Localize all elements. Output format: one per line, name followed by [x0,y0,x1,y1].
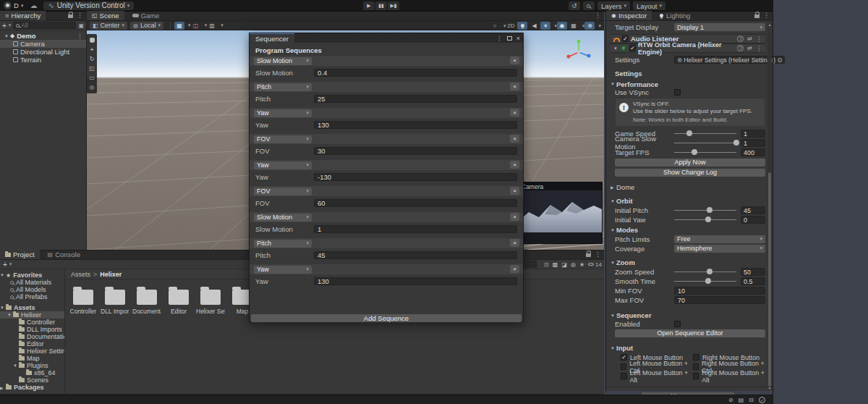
component-menu-icon[interactable]: ⋮ [756,45,762,52]
remove-sequence-button[interactable]: × [510,56,519,64]
panel-menu-icon[interactable]: ⋮ [595,251,601,258]
tab-hierarchy[interactable]: ≡ Hierarchy [0,11,46,20]
tree-controller[interactable]: Controller [0,319,64,326]
hierarchy-search-input[interactable] [13,22,76,29]
tree-helixer-settings[interactable]: Helixer Settings [0,348,64,355]
apply-now-button[interactable]: Apply Now [615,159,765,167]
auto-generate-lighting-icon[interactable]: ⊘ [728,397,733,403]
tree-map[interactable]: Map [0,355,64,362]
layout-dropdown[interactable]: Layout▾ [633,1,665,10]
view-hand-tool-icon[interactable] [87,35,97,45]
left-mouse-alt-checkbox[interactable]: Left Mouse Button + Alt [621,373,693,380]
tab-lighting[interactable]: Lighting [655,11,695,20]
sequence-value-input[interactable]: 0.4 [314,69,517,77]
remove-sequence-button[interactable]: × [510,265,519,273]
move-snap-icon[interactable]: ▥ [207,22,217,30]
initial-yaw-slider[interactable] [674,219,736,220]
component-enabled-checkbox[interactable]: ✓ [629,45,636,51]
breadcrumb-helixer[interactable]: Helixer [100,271,122,278]
game-speed-field[interactable]: 1 [741,130,765,138]
shading-mode-dropdown[interactable]: ○ [490,22,500,30]
chevron-down-icon[interactable]: ▾ [221,22,224,28]
asset-folder-controller[interactable]: Controller [71,285,95,315]
tree-editor[interactable]: Editor [0,340,64,348]
target-fps-field[interactable]: 400 [741,148,765,156]
transform-tool-icon[interactable]: ◎ [87,83,97,92]
asset-folder-editor[interactable]: Editor [166,285,191,315]
asset-folder-documentation[interactable]: Document... [135,285,159,315]
tree-packages[interactable]: ▶Packages [0,384,64,391]
add-sequence-button[interactable]: Add Sequence [251,314,522,322]
sequence-value-input[interactable]: 25 [314,95,517,103]
add-object-button[interactable]: + [2,22,7,30]
2d-toggle[interactable]: 2D [506,22,516,30]
pause-button[interactable]: ▮▮ [375,1,387,10]
scroll-down-icon[interactable]: ▼ [767,386,772,391]
scene-visibility-toggle[interactable]: ◉ [557,22,567,30]
sequence-type-dropdown[interactable]: Yaw▾ [254,161,312,169]
sequencer-foldout[interactable]: ▼Sequencer [610,311,765,320]
component-orbit-camera[interactable]: ▼ # ✓ RTW Orbit Camera (Helixer Engine) … [610,43,765,53]
tree-x86-64[interactable]: x86_64 [0,369,64,376]
maximize-icon[interactable] [507,36,512,41]
input-foldout[interactable]: ▼Input [610,344,765,353]
use-vsync-checkbox[interactable] [674,89,681,96]
camera-slow-motion-slider[interactable] [674,143,736,143]
asset-label-icon[interactable]: ◪ [561,261,567,268]
create-asset-button[interactable]: + [3,261,7,269]
close-icon[interactable]: × [516,35,520,42]
hidden-packages-toggle[interactable]: 14 [588,261,602,268]
scene-audio-toggle[interactable]: ◀ [529,22,539,30]
remove-sequence-button[interactable]: × [510,135,519,143]
panel-menu-icon[interactable]: ⋮ [763,12,770,19]
inspector-scrollbar[interactable] [767,22,772,387]
search-by-type-icon[interactable]: ⊡ [544,261,549,268]
hierarchy-item-camera[interactable]: Camera [0,40,86,48]
scene-row-demo[interactable]: ▼ ◆ Demo ⋮ [0,32,86,40]
search-button[interactable] [583,1,595,10]
game-speed-slider[interactable] [674,133,736,134]
smooth-time-slider[interactable] [674,281,736,282]
notifications-icon[interactable]: ⊟ [749,397,754,403]
account-avatar[interactable]: ☻ [4,1,12,9]
rotate-tool-icon[interactable]: ↻ [87,54,97,64]
sequence-value-input[interactable]: 1 [314,225,517,233]
orbit-foldout[interactable]: ▼Orbit [610,197,765,206]
performance-foldout[interactable]: ▼Performance [610,80,765,88]
object-picker-icon[interactable]: ⊙ [777,56,782,64]
sequence-value-input[interactable]: 30 [314,147,517,155]
tab-console[interactable]: ▤ Console [43,250,85,259]
remove-sequence-button[interactable]: × [510,83,519,91]
tree-dll-imports[interactable]: DLL Imports [0,326,64,333]
move-tool-icon[interactable]: + [87,45,97,54]
breadcrumb-assets[interactable]: Assets [71,271,90,278]
hierarchy-item-directional-light[interactable]: Directional Light [0,48,86,56]
sequence-type-dropdown[interactable]: FOV▾ [254,135,312,143]
help-icon[interactable]: ? [737,35,744,42]
tree-all-models[interactable]: All Models [0,286,64,293]
lock-icon[interactable] [754,14,760,18]
chevron-down-icon[interactable]: ▾ [598,23,601,29]
lock-icon[interactable] [586,253,591,257]
foldout-open-icon[interactable]: ▼ [4,34,10,38]
tree-helixer[interactable]: ▼Helixer [0,311,64,319]
favorite-search-icon[interactable]: ★ [579,261,584,268]
undo-history-button[interactable]: ↺ [569,1,580,10]
window-menu-icon[interactable]: ⋮ [496,35,503,42]
tab-project[interactable]: Project [0,250,40,259]
scene-lighting-toggle[interactable] [517,22,527,30]
axis-gizmo[interactable] [564,38,593,67]
asset-folder-dll-imports[interactable]: DLL Impor... [103,285,127,315]
tree-documentation[interactable]: Documentation [0,333,64,340]
component-menu-icon[interactable]: ⋮ [756,35,762,43]
sequence-value-input[interactable]: 45 [314,251,517,259]
step-button[interactable]: ▶▮ [388,1,399,10]
remove-sequence-button[interactable]: × [510,161,519,169]
grid-snap-icon[interactable]: ▦ [174,22,184,30]
sequence-value-input[interactable]: -130 [314,173,517,181]
scale-tool-icon[interactable]: ◱ [87,64,97,73]
show-change-log-button[interactable]: Show Change Log [615,169,765,177]
foldout-open-icon[interactable]: ▼ [613,46,618,51]
sequence-type-dropdown[interactable]: Yaw▾ [254,266,312,274]
tree-all-materials[interactable]: All Materials [0,279,64,286]
